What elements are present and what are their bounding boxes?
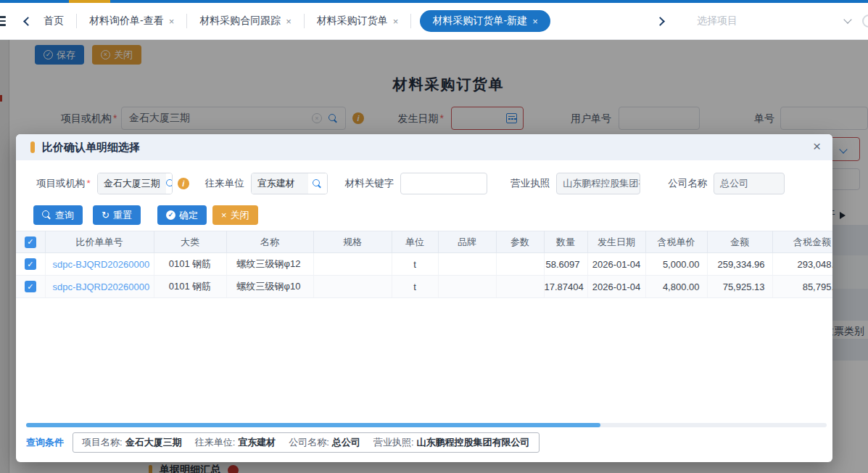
dialog-buttons: 查询 ↻ 重置 ✓ 确定 × 关闭: [33, 205, 832, 225]
dialog-filter-form: 项目或机构 金石大厦三期 i 往来单位 宜东建材 材料关键字 营业执照 山东鹏程…: [36, 173, 832, 194]
tab-purchase-order-new-active[interactable]: 材料采购订货单-新建×: [420, 10, 550, 32]
check-circle-icon: ✓: [166, 210, 175, 220]
tab-material-inquiry-view[interactable]: 材料询价单-查看×: [77, 10, 186, 32]
company-value-field: 总公司: [714, 173, 785, 194]
clipped-avatar-icon: [862, 15, 868, 28]
license-value-field: 山东鹏程控股集团有: [556, 173, 640, 194]
reset-button[interactable]: ↻ 重置: [93, 205, 141, 225]
keyword-input[interactable]: [400, 173, 487, 194]
select-all-checkbox[interactable]: ✓: [16, 231, 45, 253]
project-input[interactable]: 金石大厦三期: [97, 173, 173, 194]
refresh-icon: ↻: [102, 210, 109, 221]
tab-purchase-contract-track[interactable]: 材料采购合同跟踪×: [187, 10, 304, 32]
tab-home[interactable]: 首页: [31, 10, 76, 32]
supplier-input[interactable]: 宜东建材: [251, 173, 328, 194]
tab-divider: [410, 14, 411, 28]
chevron-down-icon: [843, 15, 851, 23]
dialog-close-icon[interactable]: ×: [813, 139, 821, 155]
tab-purchase-order[interactable]: 材料采购订货单×: [305, 10, 411, 32]
keyword-label: 材料关键字: [345, 177, 394, 190]
company-label: 公司名称: [668, 177, 707, 190]
project-select-placeholder: 选择项目: [697, 15, 737, 28]
checkbox-checked-icon[interactable]: ✓: [25, 281, 36, 292]
info-icon: i: [178, 178, 189, 189]
tabs-scroll-right-icon[interactable]: [656, 17, 665, 26]
tab-close-icon[interactable]: ×: [286, 17, 292, 26]
search-icon: [42, 210, 51, 220]
hamburger-menu-icon[interactable]: [0, 16, 6, 28]
query-conditions-bar: 查询条件 项目名称:金石大厦三期 往来单位:宜东建材 公司名称:总公司 营业执照…: [26, 432, 540, 453]
x-icon: ×: [221, 210, 227, 221]
dialog-header: 比价确认单明细选择 ×: [16, 134, 832, 160]
results-table: ✓ 比价单单号 大类 名称 规格 单位 品牌 参数 数量 发生日期 含税单价 金…: [16, 231, 832, 298]
search-icon[interactable]: [166, 173, 173, 194]
search-icon[interactable]: [308, 173, 327, 194]
table-row[interactable]: ✓ sdpc-BJQRD20260000 0101 钢筋 螺纹三级钢φ10 t …: [16, 276, 832, 298]
query-button[interactable]: 查询: [33, 205, 83, 225]
tab-close-icon[interactable]: ×: [532, 17, 538, 26]
supplier-label: 往来单位: [205, 177, 244, 190]
comparison-no-link[interactable]: sdpc-BJQRD20260000: [45, 276, 154, 298]
query-conditions-box: 项目名称:金石大厦三期 往来单位:宜东建材 公司名称:总公司 营业执照:山东鹏程…: [73, 432, 540, 453]
tab-close-icon[interactable]: ×: [169, 17, 175, 26]
checkbox-checked-icon[interactable]: ✓: [25, 258, 36, 270]
comparison-no-link[interactable]: sdpc-BJQRD20260000: [45, 253, 154, 276]
checkbox-checked-icon[interactable]: ✓: [25, 236, 36, 248]
table-row[interactable]: ✓ sdpc-BJQRD20260000 0101 钢筋 螺纹三级钢φ12 t …: [16, 253, 832, 276]
tab-bar: 首页 材料询价单-查看× 材料采购合同跟踪× 材料采购订货单× 材料采购订货单-…: [0, 3, 868, 40]
tab-close-icon[interactable]: ×: [393, 17, 399, 26]
license-label: 营业执照: [511, 177, 550, 190]
dialog-title: 比价确认单明细选择: [42, 141, 140, 155]
confirm-button[interactable]: ✓ 确定: [157, 205, 207, 225]
orange-bar-icon: [30, 141, 35, 153]
project-select[interactable]: 选择项目: [688, 8, 868, 34]
row-checkbox[interactable]: ✓: [16, 276, 45, 298]
project-label: 项目或机构: [36, 177, 91, 190]
price-comparison-dialog: 比价确认单明细选择 × 项目或机构 金石大厦三期 i 往来单位 宜东建材 材料关…: [16, 134, 832, 462]
table-header-row: ✓ 比价单单号 大类 名称 规格 单位 品牌 参数 数量 发生日期 含税单价 金…: [16, 231, 832, 253]
dialog-close-button[interactable]: × 关闭: [212, 205, 258, 225]
horizontal-scrollbar[interactable]: [26, 423, 827, 427]
query-conditions-label: 查询条件: [26, 436, 64, 449]
scrollbar-thumb[interactable]: [26, 423, 600, 427]
row-checkbox[interactable]: ✓: [16, 253, 45, 276]
